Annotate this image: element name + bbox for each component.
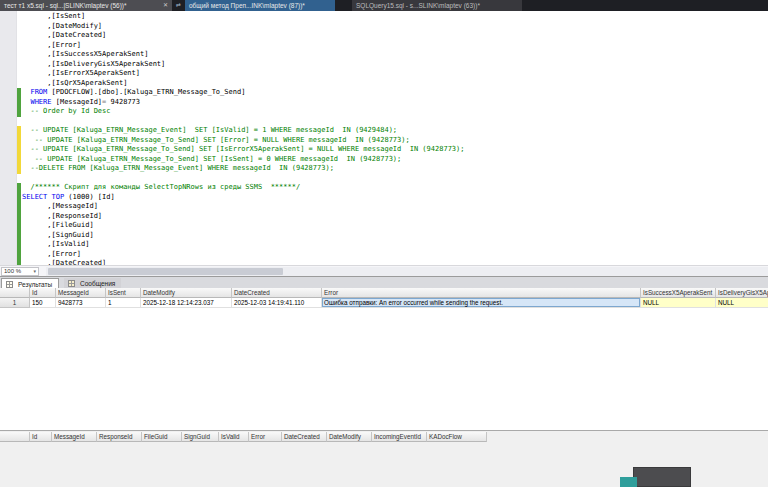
- editor-line[interactable]: [22, 174, 768, 184]
- sql-token: (1000) [Id]: [64, 193, 115, 201]
- cell-IsSuccessX5AperakSent[interactable]: NULL: [641, 298, 716, 308]
- change-mark: [17, 212, 21, 222]
- horizontal-scrollbar[interactable]: [46, 267, 768, 276]
- tab-obshiy-metod-sql[interactable]: общий метод Преп...INK\mlaptev (87))*: [185, 0, 335, 11]
- sql-token: 9428773: [106, 98, 140, 106]
- column-header-DateModify[interactable]: DateModify: [141, 288, 232, 298]
- tab-test-t1-x5-sql[interactable]: ✕ тест т1 х5.sql - sql...|SLINK\mlaptev …: [0, 0, 172, 11]
- editor-line[interactable]: ,[IsQrX5AperakSent]: [22, 79, 768, 89]
- editor-line[interactable]: ,[IsErrorX5AperakSent]: [22, 69, 768, 79]
- editor-line[interactable]: -- UPDATE [Kaluga_ETRN_Message_To_Send] …: [22, 136, 768, 146]
- ssms-window: ✕ тест т1 х5.sql - sql...|SLINK\mlaptev …: [0, 0, 768, 487]
- messages-icon: [68, 280, 75, 287]
- column-header-MessageId[interactable]: MessageId: [56, 288, 106, 298]
- column-header-KADocFlow[interactable]: KADocFlow: [427, 432, 487, 442]
- change-mark: [17, 193, 21, 203]
- grid-corner[interactable]: [0, 432, 30, 442]
- sql-editor[interactable]: ,[IsSent] ,[DateModify] ,[DateCreated] ,…: [0, 11, 768, 265]
- editor-line[interactable]: ,[IsSent]: [22, 12, 768, 22]
- editor-line[interactable]: --DELETE FROM [Kaluga_ETRN_Message_Event…: [22, 164, 768, 174]
- editor-line[interactable]: ,[Error]: [22, 250, 768, 260]
- cell-DateCreated[interactable]: 2025-12-03 14:19:41.110: [232, 298, 322, 308]
- column-header-DateModify[interactable]: DateModify: [327, 432, 372, 442]
- sql-token: ,[DateCreated]: [22, 31, 106, 39]
- editor-line[interactable]: [22, 117, 768, 127]
- grid-header-row: IdMessageIdIsSentDateModifyDateCreatedEr…: [0, 288, 768, 298]
- column-header-IsDeliveryGisX5AperakSent[interactable]: IsDeliveryGisX5AperakSent: [716, 288, 768, 298]
- editor-line[interactable]: ,[ResponseId]: [22, 212, 768, 222]
- change-mark: [17, 231, 21, 241]
- table-row: 1150942877312025-12-18 12:14:23.0372025-…: [0, 298, 768, 308]
- cell-Error[interactable]: Ошибка отправки: An error occurred while…: [322, 298, 641, 308]
- cell-DateModify[interactable]: 2025-12-18 12:14:23.037: [141, 298, 232, 308]
- sql-token: FROM: [22, 88, 47, 96]
- column-header-FileGuid[interactable]: FileGuid: [142, 432, 182, 442]
- editor-line[interactable]: -- UPDATE [Kaluga_ETRN_Message_Event] SE…: [22, 126, 768, 136]
- sql-token: ,[IsValid]: [22, 240, 89, 248]
- cell-IsDeliveryGisX5AperakSent[interactable]: NULL: [716, 298, 768, 308]
- unknown-popup: [633, 467, 691, 487]
- change-mark: [17, 155, 21, 165]
- column-header-DateCreated[interactable]: DateCreated: [232, 288, 322, 298]
- column-header-IsSuccessX5AperakSent[interactable]: IsSuccessX5AperakSent: [641, 288, 716, 298]
- teal-fragment-icon: [620, 477, 637, 487]
- grid-corner[interactable]: [0, 288, 30, 298]
- sql-token: /****** Скрипт для команды SelectTopNRow…: [22, 183, 300, 191]
- editor-line[interactable]: ,[IsDeliveryGisX5AperakSent]: [22, 60, 768, 70]
- editor-line[interactable]: ,[Error]: [22, 41, 768, 51]
- results-grid-1[interactable]: IdMessageIdIsSentDateModifyDateCreatedEr…: [0, 288, 768, 431]
- column-header-Error[interactable]: Error: [322, 288, 641, 298]
- column-header-IncomingEventId[interactable]: IncomingEventId: [372, 432, 427, 442]
- editor-lines[interactable]: ,[IsSent] ,[DateModify] ,[DateCreated] ,…: [22, 12, 768, 265]
- indicator-margin: [0, 11, 17, 265]
- preview-tab-icon[interactable]: ⇄: [173, 0, 184, 11]
- editor-line[interactable]: ,[FileGuid]: [22, 221, 768, 231]
- column-header-MessageId[interactable]: MessageId: [52, 432, 97, 442]
- tab-label: тест т1 х5.sql - sql...|SLINK\mlaptev (5…: [4, 2, 127, 9]
- column-header-Id[interactable]: Id: [30, 288, 56, 298]
- editor-line[interactable]: SELECT TOP (1000) [Id]: [22, 193, 768, 203]
- change-mark: [17, 98, 21, 108]
- close-icon[interactable]: ✕: [163, 0, 168, 11]
- column-header-IsSent[interactable]: IsSent: [106, 288, 141, 298]
- column-header-IsValid[interactable]: IsValid: [219, 432, 249, 442]
- column-header-Error[interactable]: Error: [249, 432, 282, 442]
- sql-token: -- Order by Id Desc: [22, 107, 111, 115]
- editor-line[interactable]: ,[DateModify]: [22, 22, 768, 32]
- change-mark: [17, 221, 21, 231]
- tab-label: Сообщения: [80, 280, 115, 287]
- editor-line[interactable]: -- UPDATE [Kaluga_ETRN_Message_To_Send] …: [22, 155, 768, 165]
- editor-line[interactable]: ,[DateCreated]: [22, 31, 768, 41]
- sql-token: -- UPDATE [Kaluga_ETRN_Message_Event] SE…: [22, 126, 397, 134]
- column-header-Id[interactable]: Id: [30, 432, 52, 442]
- change-mark: [17, 126, 21, 136]
- tab-label: общий метод Преп...INK\mlaptev (87))*: [189, 2, 305, 9]
- editor-line[interactable]: ,[IsSuccessX5AperakSent]: [22, 50, 768, 60]
- editor-line[interactable]: -- Order by Id Desc: [22, 107, 768, 117]
- tab-sqlquery15-sql[interactable]: SQLQuery15.sql - s...SLINK\mlaptev (63))…: [352, 0, 522, 11]
- sql-token: ,[FileGuid]: [22, 221, 94, 229]
- zoom-value: 100 %: [4, 268, 21, 274]
- sql-token: ,[MessageId]: [22, 202, 98, 210]
- sql-token: ,[IsDeliveryGisX5AperakSent]: [22, 60, 165, 68]
- editor-line[interactable]: ,[SignGuid]: [22, 231, 768, 241]
- tab-label: Результаты: [18, 281, 52, 288]
- cell-MessageId[interactable]: 9428773: [56, 298, 106, 308]
- column-header-SignGuid[interactable]: SignGuid: [182, 432, 219, 442]
- editor-line[interactable]: FROM [PDOCFLOW].[dbo].[Kaluga_ETRN_Messa…: [22, 88, 768, 98]
- scrollbar-thumb[interactable]: [48, 268, 283, 275]
- change-mark: [17, 164, 21, 174]
- row-header[interactable]: 1: [0, 298, 30, 308]
- editor-line[interactable]: WHERE [MessageId]= 9428773: [22, 98, 768, 108]
- column-header-ResponseId[interactable]: ResponseId: [97, 432, 142, 442]
- results-grid-icon: [6, 281, 13, 288]
- editor-line[interactable]: ,[IsValid]: [22, 240, 768, 250]
- zoom-control[interactable]: ▾ 100 %: [1, 267, 39, 276]
- cell-IsSent[interactable]: 1: [106, 298, 141, 308]
- editor-line[interactable]: /****** Скрипт для команды SelectTopNRow…: [22, 183, 768, 193]
- editor-line[interactable]: -- UPDATE [Kaluga_ETRN_Message_To_Send] …: [22, 145, 768, 155]
- sql-token: ,[DateModify]: [22, 22, 102, 30]
- column-header-DateCreated[interactable]: DateCreated: [282, 432, 327, 442]
- editor-line[interactable]: ,[MessageId]: [22, 202, 768, 212]
- cell-Id[interactable]: 150: [30, 298, 56, 308]
